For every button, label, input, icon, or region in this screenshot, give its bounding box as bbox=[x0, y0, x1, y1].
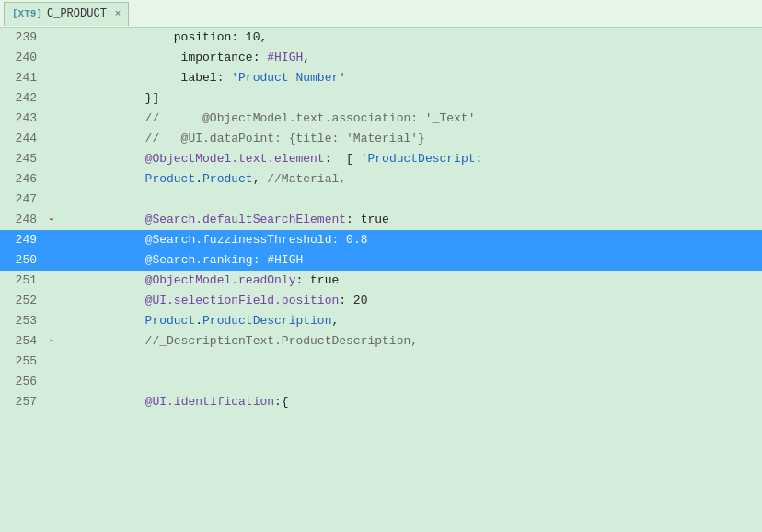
table-row: 252 @UI.selectionField.position: 20 bbox=[0, 291, 762, 311]
line-marker bbox=[48, 392, 55, 412]
code-line-content: @ObjectModel.readOnly: true bbox=[55, 271, 762, 291]
code-line-content: Product.Product, //Material, bbox=[55, 169, 762, 190]
code-line-content: @Search.fuzzinessThreshold: 0.8 bbox=[55, 230, 762, 250]
tab-icon: [XT9] bbox=[12, 8, 42, 19]
table-row: 249 @Search.fuzzinessThreshold: 0.8 bbox=[0, 230, 762, 250]
table-row: 244 // @UI.dataPoint: {title: 'Material'… bbox=[0, 129, 762, 149]
line-marker bbox=[48, 271, 55, 291]
line-number: 257 bbox=[0, 392, 48, 412]
tab-close-button[interactable]: × bbox=[115, 8, 121, 19]
line-number: 246 bbox=[0, 169, 48, 190]
code-line-content bbox=[55, 352, 762, 372]
code-lines: 239 position: 10,240 importance: #HIGH,2… bbox=[0, 28, 762, 412]
code-line-content: //_DescriptionText.ProductDescription, bbox=[55, 331, 762, 352]
line-marker: - bbox=[48, 210, 55, 230]
line-number: 241 bbox=[0, 68, 48, 88]
code-line-content: importance: #HIGH, bbox=[55, 48, 762, 68]
tab-label: C_PRODUCT bbox=[47, 7, 107, 20]
table-row: 242 }] bbox=[0, 88, 762, 109]
code-line-content: @UI.identification:{ bbox=[55, 392, 762, 412]
code-line-content: // @UI.dataPoint: {title: 'Material'} bbox=[55, 129, 762, 149]
line-number: 243 bbox=[0, 109, 48, 129]
line-marker bbox=[48, 372, 55, 392]
code-line-content: label: 'Product Number' bbox=[55, 68, 762, 88]
line-marker bbox=[48, 169, 55, 190]
line-marker bbox=[48, 129, 55, 149]
line-number: 248 bbox=[0, 210, 48, 230]
line-marker bbox=[48, 88, 55, 109]
line-marker bbox=[48, 28, 55, 48]
line-marker bbox=[48, 190, 55, 210]
line-marker bbox=[48, 250, 55, 271]
line-number: 256 bbox=[0, 372, 48, 392]
line-number: 255 bbox=[0, 352, 48, 372]
table-row: 250 @Search.ranking: #HIGH bbox=[0, 250, 762, 271]
tab-bar: [XT9] C_PRODUCT × bbox=[0, 0, 762, 28]
code-line-content bbox=[55, 372, 762, 392]
line-number: 247 bbox=[0, 190, 48, 210]
line-marker bbox=[48, 230, 55, 250]
editor-window: [XT9] C_PRODUCT × 239 position: 10,240 i… bbox=[0, 0, 762, 532]
line-number: 253 bbox=[0, 311, 48, 331]
line-marker bbox=[48, 68, 55, 88]
editor-tab[interactable]: [XT9] C_PRODUCT × bbox=[4, 2, 129, 26]
code-line-content bbox=[55, 190, 762, 210]
code-line-content: @Search.ranking: #HIGH bbox=[55, 250, 762, 271]
table-row: 248- @Search.defaultSearchElement: true bbox=[0, 210, 762, 230]
line-number: 242 bbox=[0, 88, 48, 109]
table-row: 241 label: 'Product Number' bbox=[0, 68, 762, 88]
table-row: 246 Product.Product, //Material, bbox=[0, 169, 762, 190]
code-line-content: Product.ProductDescription, bbox=[55, 311, 762, 331]
table-row: 243 // @ObjectModel.text.association: '_… bbox=[0, 109, 762, 129]
line-marker bbox=[48, 291, 55, 311]
line-marker bbox=[48, 149, 55, 169]
code-line-content: // @ObjectModel.text.association: '_Text… bbox=[55, 109, 762, 129]
line-number: 239 bbox=[0, 28, 48, 48]
table-row: 256 bbox=[0, 372, 762, 392]
table-row: 254- //_DescriptionText.ProductDescripti… bbox=[0, 331, 762, 352]
table-row: 253 Product.ProductDescription, bbox=[0, 311, 762, 331]
table-row: 251 @ObjectModel.readOnly: true bbox=[0, 271, 762, 291]
line-number: 244 bbox=[0, 129, 48, 149]
code-editor[interactable]: 239 position: 10,240 importance: #HIGH,2… bbox=[0, 28, 762, 532]
line-marker: - bbox=[48, 331, 55, 352]
line-number: 254 bbox=[0, 331, 48, 352]
table-row: 257 @UI.identification:{ bbox=[0, 392, 762, 412]
line-number: 250 bbox=[0, 250, 48, 271]
line-marker bbox=[48, 352, 55, 372]
table-row: 247 bbox=[0, 190, 762, 210]
line-marker bbox=[48, 109, 55, 129]
code-line-content: position: 10, bbox=[55, 28, 762, 48]
line-number: 252 bbox=[0, 291, 48, 311]
line-number: 251 bbox=[0, 271, 48, 291]
table-row: 240 importance: #HIGH, bbox=[0, 48, 762, 68]
code-line-content: @ObjectModel.text.element: [ 'ProductDes… bbox=[55, 149, 762, 169]
line-number: 245 bbox=[0, 149, 48, 169]
table-row: 239 position: 10, bbox=[0, 28, 762, 48]
code-line-content: }] bbox=[55, 88, 762, 109]
line-marker bbox=[48, 48, 55, 68]
code-line-content: @UI.selectionField.position: 20 bbox=[55, 291, 762, 311]
line-number: 240 bbox=[0, 48, 48, 68]
table-row: 245 @ObjectModel.text.element: [ 'Produc… bbox=[0, 149, 762, 169]
code-line-content: @Search.defaultSearchElement: true bbox=[55, 210, 762, 230]
line-number: 249 bbox=[0, 230, 48, 250]
table-row: 255 bbox=[0, 352, 762, 372]
line-marker bbox=[48, 311, 55, 331]
